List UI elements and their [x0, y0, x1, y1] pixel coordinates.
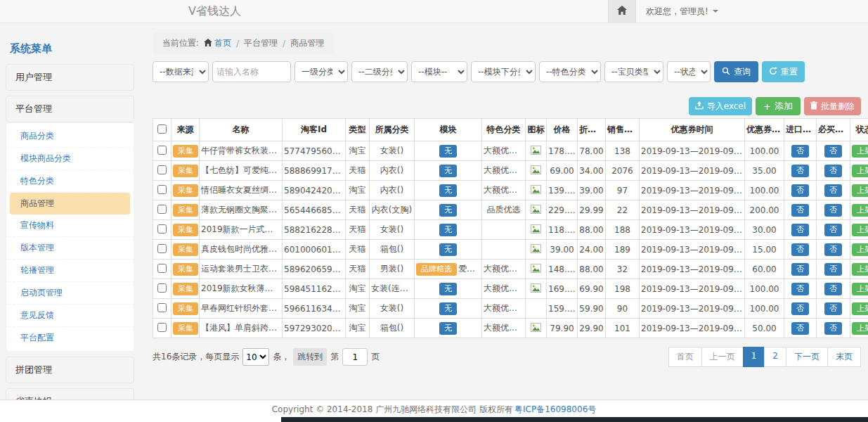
import-toggle[interactable]: 否 — [791, 322, 809, 335]
import-toggle[interactable]: 否 — [791, 204, 809, 217]
sidebar-item-1-6[interactable]: 轮播管理 — [6, 260, 134, 282]
price: 39.00 — [550, 245, 574, 255]
jump-page-input[interactable] — [342, 348, 368, 366]
pager-last[interactable]: 末页 — [827, 347, 861, 367]
taoke-id: 597293020870 — [284, 324, 346, 333]
must-buy-toggle[interactable]: 否 — [824, 243, 842, 256]
coupon-amount: 30.00 — [752, 225, 776, 235]
batch-delete-button[interactable]: 批量删除 — [804, 97, 861, 115]
icp-link[interactable]: 粤ICP备16098006号 — [514, 404, 596, 416]
row-checkbox[interactable] — [157, 283, 167, 293]
sidebar-group-0[interactable]: 用户管理 — [6, 64, 134, 91]
filter-feature-select[interactable]: --特色分类-- — [539, 61, 601, 82]
module-badge[interactable]: 品牌精选 — [416, 263, 457, 276]
status-toggle[interactable]: 上架 — [852, 184, 868, 197]
filter-name-input[interactable] — [212, 61, 291, 82]
pager-page-1[interactable]: 1 — [743, 347, 765, 367]
must-buy-toggle[interactable]: 否 — [824, 165, 842, 177]
status-toggle[interactable]: 上架 — [852, 283, 868, 295]
filter-module-select[interactable]: --模块-- — [411, 61, 467, 82]
must-buy-toggle[interactable]: 否 — [824, 184, 842, 197]
jump-button[interactable]: 跳转到 — [293, 348, 327, 366]
sidebar-item-1-9[interactable]: 平台配置 — [6, 327, 134, 349]
import-toggle[interactable]: 否 — [791, 184, 809, 197]
feature-category: 大额优惠券 — [484, 146, 526, 155]
select-all-checkbox[interactable] — [157, 124, 167, 134]
must-buy-toggle[interactable]: 否 — [824, 263, 842, 276]
status-toggle[interactable]: 上架 — [852, 224, 868, 236]
filter-cat1-select[interactable]: 一级分类 — [294, 61, 348, 82]
module-badge[interactable]: 无 — [439, 322, 457, 335]
filter-status-select[interactable]: --状态-- — [667, 61, 711, 82]
import-toggle[interactable]: 否 — [791, 302, 809, 315]
add-button[interactable]: + 添加 — [756, 97, 801, 115]
status-toggle[interactable]: 上架 — [852, 145, 868, 158]
sidebar-group-2[interactable]: 拼团管理 — [6, 357, 134, 383]
sidebar-item-1-1[interactable]: 模块商品分类 — [6, 148, 134, 170]
breadcrumb-home-link[interactable]: 首页 — [204, 37, 231, 49]
import-toggle[interactable]: 否 — [791, 283, 809, 295]
icon-cell — [526, 181, 547, 200]
module-badge[interactable]: 无 — [439, 302, 457, 315]
import-toggle[interactable]: 否 — [791, 263, 809, 276]
row-checkbox[interactable] — [157, 264, 167, 273]
import-toggle[interactable]: 否 — [791, 224, 809, 236]
sidebar-item-1-2[interactable]: 特色分类 — [6, 170, 134, 193]
filter-source-select[interactable]: --数据来源-- — [153, 61, 209, 82]
must-buy-toggle[interactable]: 否 — [824, 283, 842, 295]
filter-type-select[interactable]: --宝贝类型-- — [604, 61, 663, 82]
row-checkbox[interactable] — [157, 185, 167, 194]
feature-category: 大额优惠券 — [484, 165, 526, 175]
filter-module-sub-select[interactable]: --模块下分类-- — [471, 61, 536, 82]
module-badge[interactable]: 无 — [439, 243, 457, 256]
filter-cat2-select[interactable]: --二级分类-- — [351, 61, 408, 82]
sidebar-group-1[interactable]: 平台管理 — [6, 96, 134, 122]
status-toggle[interactable]: 上架 — [852, 263, 868, 276]
import-excel-button[interactable]: 导入excel — [689, 97, 752, 115]
row-checkbox[interactable] — [157, 224, 167, 234]
status-toggle[interactable]: 上架 — [852, 165, 868, 177]
sidebar-item-1-8[interactable]: 意见反馈 — [6, 305, 134, 327]
sidebar-item-1-5[interactable]: 版本管理 — [6, 237, 134, 260]
row-checkbox[interactable] — [157, 303, 167, 312]
module-badge[interactable]: 无 — [439, 145, 457, 158]
sidebar-item-1-4[interactable]: 宣传物料 — [6, 215, 134, 237]
sidebar-item-1-0[interactable]: 商品分类 — [6, 125, 134, 148]
pager-first[interactable]: 首页 — [668, 347, 702, 367]
sidebar-item-1-7[interactable]: 启动页管理 — [6, 282, 134, 305]
must-buy-toggle[interactable]: 否 — [824, 145, 842, 158]
import-toggle[interactable]: 否 — [791, 165, 809, 177]
user-menu[interactable]: 欢迎您，管理员! — [636, 0, 728, 23]
row-checkbox[interactable] — [157, 146, 167, 155]
per-page-select[interactable]: 10 — [242, 348, 269, 366]
status-toggle[interactable]: 上架 — [852, 322, 868, 335]
column-header-模块: 模块 — [415, 119, 482, 141]
pager-prev[interactable]: 上一页 — [701, 347, 744, 367]
must-buy-toggle[interactable]: 否 — [824, 322, 842, 335]
import-toggle[interactable]: 否 — [791, 243, 809, 256]
coupon-amount: 35.00 — [752, 166, 776, 176]
pager-next[interactable]: 下一页 — [786, 347, 828, 367]
pager-page-2[interactable]: 2 — [764, 347, 786, 367]
module-badge[interactable]: 无 — [439, 283, 457, 295]
row-checkbox[interactable] — [157, 165, 167, 174]
status-toggle[interactable]: 上架 — [852, 204, 868, 217]
module-badge[interactable]: 无 — [439, 204, 457, 217]
icon-cell — [526, 240, 547, 260]
status-toggle[interactable]: 上架 — [852, 302, 868, 315]
query-button[interactable]: 查询 — [714, 61, 758, 82]
module-badge[interactable]: 无 — [439, 224, 457, 236]
must-buy-toggle[interactable]: 否 — [824, 302, 842, 315]
row-checkbox[interactable] — [157, 244, 167, 253]
module-badge[interactable]: 无 — [439, 165, 457, 177]
must-buy-toggle[interactable]: 否 — [824, 224, 842, 236]
sidebar-item-1-3[interactable]: 商品管理 — [10, 193, 130, 215]
must-buy-toggle[interactable]: 否 — [824, 204, 842, 217]
status-toggle[interactable]: 上架 — [852, 243, 868, 256]
module-badge[interactable]: 无 — [439, 184, 457, 197]
row-checkbox[interactable] — [157, 323, 167, 332]
home-button[interactable] — [608, 0, 636, 23]
row-checkbox[interactable] — [157, 205, 167, 214]
reset-button[interactable]: 重置 — [762, 61, 805, 82]
import-toggle[interactable]: 否 — [791, 145, 809, 158]
